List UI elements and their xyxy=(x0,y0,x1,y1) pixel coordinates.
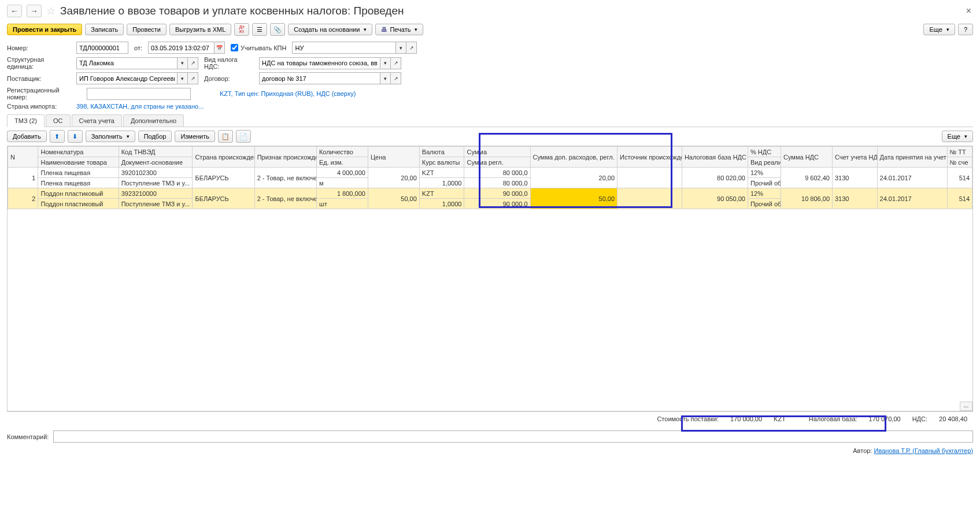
cell-country[interactable]: БЕЛАРУСЬ xyxy=(193,188,254,209)
cell-doc[interactable]: Поступление ТМЗ и у... xyxy=(119,199,193,209)
cell-sign[interactable]: 2 - Товар, не включенный в ... xyxy=(254,188,316,209)
kpn-input[interactable] xyxy=(292,42,396,54)
cell-currency[interactable]: KZT xyxy=(419,188,464,199)
open-icon[interactable]: ↗ xyxy=(391,57,401,69)
cell-price[interactable]: 20,00 xyxy=(368,168,419,188)
cell-addl[interactable]: 20,00 xyxy=(530,168,617,188)
table-row[interactable]: 1 Пленка пищевая 3920102300 БЕЛАРУСЬ 2 -… xyxy=(8,168,972,178)
cell-account[interactable]: 3130 xyxy=(833,188,878,209)
country-info-link[interactable]: 398, КАЗАХСТАН, для страны не указано... xyxy=(76,103,204,110)
dropdown-icon[interactable]: ▾ xyxy=(177,57,188,69)
cell-vatsum[interactable]: 10 806,00 xyxy=(781,188,833,209)
close-icon[interactable]: × xyxy=(966,6,971,16)
dtkt-button[interactable]: ДтКт xyxy=(234,23,249,36)
cell-sumregl[interactable]: 80 000,0 xyxy=(464,178,530,188)
cell-name2[interactable]: Поддон пластиковый xyxy=(38,199,119,209)
cell-sumregl[interactable]: 90 000,0 xyxy=(464,199,530,209)
create-based-button[interactable]: Создать на основании xyxy=(288,24,372,35)
cell-nomen[interactable]: Поддон пластиковый xyxy=(38,188,119,199)
dropdown-icon[interactable]: ▾ xyxy=(380,72,391,84)
tax-type-input[interactable] xyxy=(259,57,380,69)
move-up-button[interactable]: ⬆ xyxy=(50,130,65,143)
tab-extra[interactable]: Дополнительно xyxy=(123,114,184,127)
open-icon[interactable]: ↗ xyxy=(188,72,198,84)
fill-button[interactable]: Заполнить xyxy=(86,131,135,142)
cell-vatpct[interactable]: 12% xyxy=(748,188,781,199)
cell-currency[interactable]: KZT xyxy=(419,168,464,178)
date-input[interactable] xyxy=(148,42,215,54)
cell-rate[interactable]: 1,0000 xyxy=(419,178,464,188)
cell-addl[interactable]: 50,00 xyxy=(530,188,617,209)
cell-nomen[interactable]: Пленка пищевая xyxy=(38,168,119,178)
dropdown-icon[interactable]: ▾ xyxy=(396,42,406,54)
cell-tnved[interactable]: 3923210000 xyxy=(119,188,193,199)
cell-acceptdate[interactable]: 24.01.2017 xyxy=(877,168,947,188)
structure-button[interactable]: ☰ xyxy=(252,23,267,36)
number-input[interactable] xyxy=(76,42,128,54)
kpn-checkbox[interactable] xyxy=(231,44,238,51)
cell-vatsum[interactable]: 9 602,40 xyxy=(781,168,833,188)
cell-source[interactable] xyxy=(617,188,682,209)
cell-sum[interactable]: 80 000,0 xyxy=(464,168,530,178)
tab-accounts[interactable]: Счета учета xyxy=(72,114,122,127)
table-row[interactable]: 2 Поддон пластиковый 3923210000 БЕЛАРУСЬ… xyxy=(8,188,972,199)
open-icon[interactable]: ↗ xyxy=(188,57,198,69)
supplier-input[interactable] xyxy=(76,72,177,84)
tab-more-button[interactable]: Еще xyxy=(942,131,973,142)
cell-rate[interactable]: 1,0000 xyxy=(419,199,464,209)
cell-unit[interactable]: м xyxy=(316,178,368,188)
cell-vid[interactable]: Прочий облагаемый имп... xyxy=(748,178,781,188)
cell-country[interactable]: БЕЛАРУСЬ xyxy=(193,168,254,188)
cell-vatpct[interactable]: 12% xyxy=(748,168,781,178)
favorite-star-icon[interactable]: ☆ xyxy=(46,5,56,17)
cell-sign[interactable]: 2 - Товар, не включенный в ... xyxy=(254,168,316,188)
post-and-close-button[interactable]: Провести и закрыть xyxy=(7,24,82,35)
export-xml-button[interactable]: Выгрузить в XML xyxy=(169,24,231,35)
open-icon[interactable]: ↗ xyxy=(391,72,401,84)
print-button[interactable]: 🖶 Печать xyxy=(375,24,423,35)
nav-forward-button[interactable]: → xyxy=(27,5,42,17)
cell-doc[interactable]: Поступление ТМЗ и у... xyxy=(119,178,193,188)
dropdown-icon[interactable]: ▾ xyxy=(177,72,188,84)
cell-tt[interactable]: 514 xyxy=(947,188,972,209)
cell-acceptdate[interactable]: 24.01.2017 xyxy=(877,188,947,209)
cell-taxbase[interactable]: 80 020,00 xyxy=(682,168,748,188)
scroll-more-button[interactable]: ... xyxy=(960,402,972,411)
cell-n[interactable]: 2 xyxy=(8,188,38,209)
open-icon[interactable]: ↗ xyxy=(406,42,417,54)
cell-qty[interactable]: 4 000,000 xyxy=(316,168,368,178)
edit-button[interactable]: Изменить xyxy=(175,131,215,142)
cell-n[interactable]: 1 xyxy=(8,168,38,188)
reg-input[interactable] xyxy=(87,88,191,100)
move-down-button[interactable]: ⬇ xyxy=(68,130,83,143)
cell-source[interactable] xyxy=(617,168,682,188)
attach-button[interactable]: 📎 xyxy=(270,23,285,36)
paste-button[interactable]: 📄 xyxy=(236,130,251,143)
add-button[interactable]: Добавить xyxy=(7,131,47,142)
cell-sum[interactable]: 90 000,0 xyxy=(464,188,530,199)
save-button[interactable]: Записать xyxy=(85,24,124,35)
tab-os[interactable]: ОС xyxy=(46,114,71,127)
cell-vid[interactable]: Прочий облагаемый имп... xyxy=(748,199,781,209)
cell-account[interactable]: 3130 xyxy=(833,168,878,188)
more-button[interactable]: Еще xyxy=(923,24,955,35)
cell-tt[interactable]: 514 xyxy=(947,168,972,188)
comment-input[interactable] xyxy=(53,430,973,443)
select-button[interactable]: Подбор xyxy=(138,131,172,142)
items-table[interactable]: N Номенклатура Код ТНВЭД Страна происхож… xyxy=(7,146,973,411)
cell-taxbase[interactable]: 90 050,00 xyxy=(682,188,748,209)
cell-unit[interactable]: шт xyxy=(316,199,368,209)
struct-input[interactable] xyxy=(76,57,177,69)
calendar-icon[interactable]: 📅 xyxy=(215,42,225,54)
author-link[interactable]: Иванова Т.Р. (Главный бухгалтер) xyxy=(874,447,974,454)
cell-qty[interactable]: 1 800,000 xyxy=(316,188,368,199)
dropdown-icon[interactable]: ▾ xyxy=(380,57,391,69)
copy-button[interactable]: 📋 xyxy=(218,130,233,143)
help-button[interactable]: ? xyxy=(958,24,973,35)
tab-tmz[interactable]: ТМЗ (2) xyxy=(7,114,45,127)
nav-back-button[interactable]: ← xyxy=(7,5,22,17)
cell-tnved[interactable]: 3920102300 xyxy=(119,168,193,178)
contract-info-link[interactable]: KZT, Тип цен: Приходная (RUB), НДС (свер… xyxy=(220,90,356,97)
post-button[interactable]: Провести xyxy=(127,24,167,35)
contract-input[interactable] xyxy=(259,72,380,84)
